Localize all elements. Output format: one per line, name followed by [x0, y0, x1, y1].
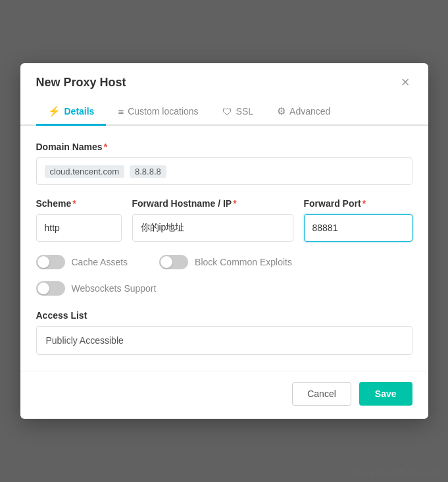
port-label: Forward Port*: [304, 198, 412, 209]
cache-assets-label: Cache Assets: [72, 257, 128, 267]
hostname-input[interactable]: [132, 214, 293, 242]
domain-tag-2: 8.8.8.8: [130, 165, 166, 178]
watermark: CSDN @学技术掌握核心科技: [347, 468, 441, 478]
scheme-input[interactable]: [36, 214, 122, 242]
advanced-icon: ⚙: [277, 105, 286, 117]
block-exploits-toggle[interactable]: [159, 255, 188, 269]
ssl-icon: 🛡: [222, 106, 232, 117]
domain-names-input[interactable]: cloud.tencent.com 8.8.8.8: [36, 157, 412, 185]
modal-body: Domain Names* cloud.tencent.com 8.8.8.8 …: [20, 126, 428, 365]
proxy-host-modal: New Proxy Host × ⚡ Details ≡ Custom loca…: [20, 63, 428, 419]
websockets-row: Websockets Support: [36, 281, 412, 296]
port-input[interactable]: [304, 214, 412, 242]
cache-assets-toggle[interactable]: [36, 255, 65, 269]
domain-names-label: Domain Names*: [36, 142, 412, 152]
cache-assets-toggle-item: Cache Assets: [36, 255, 128, 269]
custom-locations-icon: ≡: [118, 106, 124, 117]
tab-custom-locations[interactable]: ≡ Custom locations: [106, 99, 210, 126]
tab-details[interactable]: ⚡ Details: [36, 99, 107, 126]
required-asterisk: *: [104, 142, 107, 152]
access-list-label: Access List: [36, 310, 412, 321]
modal-footer: Cancel Save: [20, 371, 428, 419]
block-exploits-label: Block Common Exploits: [195, 257, 292, 267]
cancel-button[interactable]: Cancel: [292, 382, 351, 406]
tab-advanced-label: Advanced: [289, 106, 330, 117]
websockets-label: Websockets Support: [72, 283, 157, 294]
hostname-group: Forward Hostname / IP*: [132, 198, 293, 242]
close-button[interactable]: ×: [399, 75, 412, 90]
toggles-row-1: Cache Assets Block Common Exploits: [36, 255, 412, 269]
scheme-label: Scheme*: [36, 198, 122, 209]
tab-bar: ⚡ Details ≡ Custom locations 🛡 SSL ⚙ Adv…: [20, 99, 428, 126]
modal-title: New Proxy Host: [36, 76, 126, 90]
websockets-toggle[interactable]: [36, 281, 65, 296]
tab-ssl-label: SSL: [236, 106, 253, 117]
tab-custom-locations-label: Custom locations: [128, 106, 198, 117]
port-group: Forward Port*: [304, 198, 412, 242]
hostname-label: Forward Hostname / IP*: [132, 198, 293, 209]
connection-fields-row: Scheme* Forward Hostname / IP* Forward P…: [36, 198, 412, 242]
tab-details-label: Details: [64, 106, 95, 117]
modal-header: New Proxy Host ×: [20, 63, 428, 90]
scheme-group: Scheme*: [36, 198, 122, 242]
save-button[interactable]: Save: [359, 382, 412, 406]
tab-advanced[interactable]: ⚙ Advanced: [265, 99, 342, 126]
access-list-input[interactable]: [36, 326, 412, 355]
block-exploits-toggle-item: Block Common Exploits: [159, 255, 292, 269]
tab-ssl[interactable]: 🛡 SSL: [211, 99, 265, 126]
domain-tag-1: cloud.tencent.com: [45, 165, 125, 178]
details-icon: ⚡: [48, 105, 61, 117]
